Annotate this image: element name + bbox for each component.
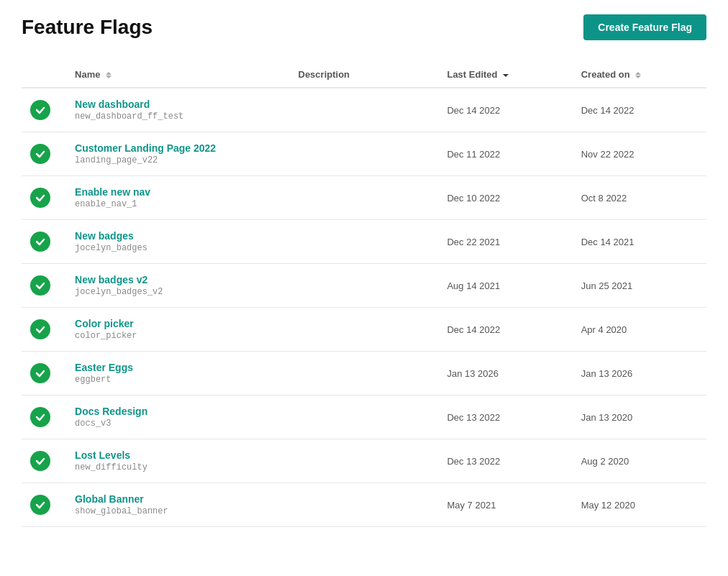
name-cell: Global Banner show_global_banner: [66, 483, 289, 527]
enabled-icon: [30, 319, 50, 339]
col-header-name[interactable]: Name: [66, 62, 289, 88]
flag-name-link[interactable]: Customer Landing Page 2022: [75, 142, 281, 154]
description-cell: [290, 176, 439, 220]
table-body: New dashboard new_dashboard_ff_test Dec …: [22, 88, 706, 527]
created-on-cell: Jan 13 2026: [573, 352, 706, 396]
created-on-cell: Apr 4 2020: [573, 308, 706, 352]
last-edited-cell: Dec 13 2022: [438, 439, 572, 483]
name-cell: Easter Eggs eggbert: [66, 352, 289, 396]
last-edited-cell: Dec 13 2022: [438, 396, 572, 439]
table-row: Docs Redesign docs_v3 Dec 13 2022Jan 13 …: [22, 396, 706, 439]
table-row: Lost Levels new_difficulty Dec 13 2022Au…: [22, 439, 706, 483]
flag-slug: landing_page_v22: [75, 155, 281, 165]
table-row: Customer Landing Page 2022 landing_page_…: [22, 132, 706, 176]
flag-slug: jocelyn_badges_v2: [75, 287, 281, 297]
enabled-icon: [30, 275, 50, 296]
enabled-icon: [30, 451, 50, 471]
flag-name-link[interactable]: Docs Redesign: [75, 406, 281, 417]
flag-slug: jocelyn_badges: [75, 243, 281, 253]
description-cell: [290, 220, 439, 264]
enabled-icon: [30, 407, 50, 427]
enabled-icon: [30, 495, 50, 515]
table-row: Easter Eggs eggbert Jan 13 2026Jan 13 20…: [22, 352, 706, 396]
enabled-icon: [30, 232, 50, 252]
created-on-cell: Jun 25 2021: [573, 264, 706, 308]
status-cell: [22, 396, 66, 439]
name-cell: Customer Landing Page 2022 landing_page_…: [66, 132, 289, 176]
status-cell: [22, 88, 66, 132]
flag-slug: enable_nav_1: [75, 199, 281, 209]
flag-slug: new_dashboard_ff_test: [75, 111, 281, 122]
flag-name-link[interactable]: New badges v2: [75, 274, 281, 285]
created-on-cell: May 12 2020: [573, 483, 706, 527]
table-row: New badges v2 jocelyn_badges_v2 Aug 14 2…: [22, 264, 706, 308]
flag-slug: eggbert: [75, 375, 281, 385]
name-cell: New badges jocelyn_badges: [66, 220, 289, 264]
col-header-status: [22, 62, 66, 88]
page-title: Feature Flags: [22, 16, 153, 39]
status-cell: [22, 483, 66, 527]
created-on-sort-icon[interactable]: [635, 72, 641, 78]
last-edited-cell: Dec 14 2022: [438, 308, 572, 352]
flag-slug: color_picker: [75, 331, 281, 341]
table-row: Enable new nav enable_nav_1 Dec 10 2022O…: [22, 176, 706, 220]
flag-name-link[interactable]: Enable new nav: [75, 186, 281, 198]
description-cell: [290, 132, 439, 176]
name-cell: Docs Redesign docs_v3: [66, 396, 289, 439]
flag-name-link[interactable]: New dashboard: [75, 99, 281, 110]
table-row: Global Banner show_global_banner May 7 2…: [22, 483, 706, 527]
name-cell: New dashboard new_dashboard_ff_test: [66, 88, 289, 132]
enabled-icon: [30, 188, 50, 208]
created-on-cell: Oct 8 2022: [573, 176, 706, 220]
enabled-icon: [30, 100, 50, 120]
status-cell: [22, 132, 66, 176]
name-cell: Color picker color_picker: [66, 308, 289, 352]
status-cell: [22, 264, 66, 308]
last-edited-cell: Dec 11 2022: [438, 132, 572, 176]
page-header: Feature Flags Create Feature Flag: [22, 14, 706, 40]
table-row: New dashboard new_dashboard_ff_test Dec …: [22, 88, 706, 132]
last-edited-cell: Jan 13 2026: [438, 352, 572, 396]
status-cell: [22, 352, 66, 396]
enabled-icon: [30, 363, 50, 383]
description-cell: [290, 396, 439, 439]
status-cell: [22, 176, 66, 220]
feature-flags-table: Name Description Last Edited Created on: [22, 62, 706, 527]
enabled-icon: [30, 144, 50, 164]
description-cell: [290, 88, 439, 132]
flag-name-link[interactable]: New badges: [75, 230, 281, 242]
last-edited-sort-icon[interactable]: [503, 74, 509, 77]
flag-slug: new_difficulty: [75, 462, 281, 472]
flag-name-link[interactable]: Global Banner: [75, 493, 281, 505]
status-cell: [22, 220, 66, 264]
description-cell: [290, 352, 439, 396]
col-header-description: Description: [290, 62, 439, 88]
description-cell: [290, 264, 439, 308]
created-on-cell: Nov 22 2022: [573, 132, 706, 176]
created-on-cell: Jan 13 2020: [573, 396, 706, 439]
flag-name-link[interactable]: Easter Eggs: [75, 362, 281, 373]
last-edited-cell: Aug 14 2021: [438, 264, 572, 308]
page-container: Feature Flags Create Feature Flag Name D…: [0, 0, 728, 541]
status-cell: [22, 439, 66, 483]
last-edited-cell: Dec 14 2022: [438, 88, 572, 132]
create-feature-flag-button[interactable]: Create Feature Flag: [583, 14, 706, 40]
status-cell: [22, 308, 66, 352]
last-edited-cell: May 7 2021: [438, 483, 572, 527]
table-row: Color picker color_picker Dec 14 2022Apr…: [22, 308, 706, 352]
created-on-cell: Aug 2 2020: [573, 439, 706, 483]
description-cell: [290, 483, 439, 527]
description-cell: [290, 308, 439, 352]
created-on-cell: Dec 14 2021: [573, 220, 706, 264]
description-cell: [290, 439, 439, 483]
name-sort-icon[interactable]: [106, 72, 112, 78]
flag-name-link[interactable]: Color picker: [75, 318, 281, 329]
col-header-last-edited[interactable]: Last Edited: [438, 62, 572, 88]
table-header-row: Name Description Last Edited Created on: [22, 62, 706, 88]
flag-name-link[interactable]: Lost Levels: [75, 449, 281, 461]
flag-slug: docs_v3: [75, 419, 281, 429]
last-edited-cell: Dec 22 2021: [438, 220, 572, 264]
col-header-created-on[interactable]: Created on: [573, 62, 706, 88]
name-cell: New badges v2 jocelyn_badges_v2: [66, 264, 289, 308]
table-row: New badges jocelyn_badges Dec 22 2021Dec…: [22, 220, 706, 264]
